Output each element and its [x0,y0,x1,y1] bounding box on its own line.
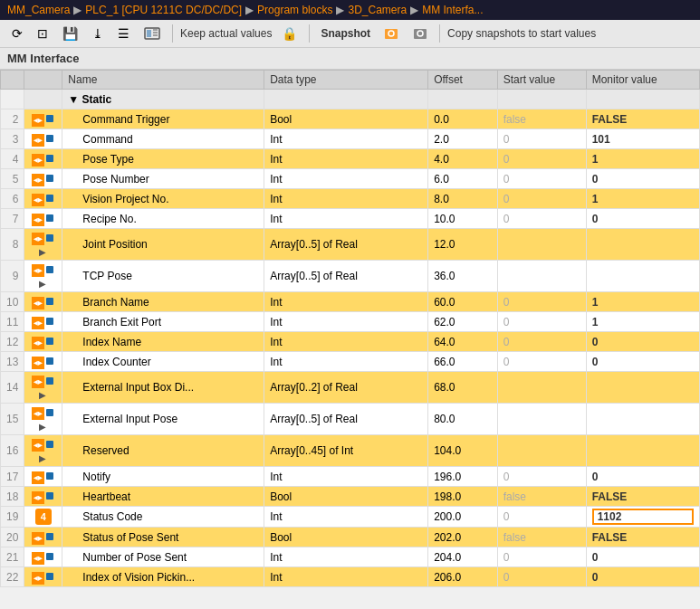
db-icon: ◀▶ [32,376,44,388]
copy-snapshots-label: Copy snapshots to start values [447,27,596,40]
toolbar-btn-1[interactable]: ⟳ [7,24,27,43]
table-row[interactable]: 20◀▶Status of Pose SentBool202.0falseFAL… [1,528,700,547]
row-type: Int [264,209,428,229]
row-name: External Input Pose [62,404,264,435]
table-row[interactable]: 194Status CodeInt200.001102 [1,507,700,528]
breadcrumb: MM_Camera ▶ PLC_1 [CPU 1211C DC/DC/DC] ▶… [0,0,700,20]
row-number: 17 [1,467,24,487]
expand-icon[interactable]: ▶ [39,247,46,257]
monitor-value-text: 0 [592,336,599,348]
table-row[interactable]: 21◀▶Number of Pose SentInt204.000 [1,547,700,567]
row-name: Joint Position [62,229,264,261]
row-start-value [497,229,586,261]
dot-icon [46,553,53,560]
table-row[interactable]: 5◀▶Pose NumberInt6.000 [1,169,700,189]
row-type [264,90,428,109]
snapshot-label: Snapshot [317,25,374,42]
row-offset: 4.0 [428,149,498,169]
row-icon-cell: ◀▶ [24,352,62,372]
row-name: Command Trigger [62,109,264,129]
monitor-toggle-button[interactable] [139,24,165,43]
row-number: 15 [1,404,24,435]
row-monitor-value: 0 [586,332,699,352]
table-row[interactable]: 18◀▶HeartbeatBool198.0falseFALSE [1,487,700,507]
row-type: Int [264,567,428,587]
expand-icon[interactable]: ▶ [39,453,46,463]
row-type: Int [264,507,428,528]
row-icon-cell: 4 [24,507,62,528]
svg-rect-1 [147,30,151,37]
table-row[interactable]: 10◀▶Branch NameInt60.001 [1,292,700,312]
table-row[interactable]: ▼ Static [1,90,700,109]
row-icon-cell: ◀▶ [24,547,62,567]
table-row[interactable]: 3◀▶CommandInt2.00101 [1,129,700,149]
row-monitor-value [586,90,699,109]
snapshot-button-1[interactable] [379,24,403,43]
row-start-value: 0 [497,467,586,487]
table-row[interactable]: 16◀▶▶ReservedArray[0..45] of Int104.0 [1,435,700,467]
toolbar-separator-3 [439,24,440,43]
row-start-value: 0 [497,292,586,312]
table-row[interactable]: 13◀▶Index CounterInt66.000 [1,352,700,372]
row-number: 6 [1,189,24,209]
row-icon-cell [24,90,62,109]
table-row[interactable]: 22◀▶Index of Vision Pickin...Int206.000 [1,567,700,587]
table-row[interactable]: 6◀▶Vision Project No.Int8.001 [1,189,700,209]
table-row[interactable]: 2◀▶Command TriggerBool0.0falseFALSE [1,109,700,129]
row-icon-cell: ◀▶ [24,487,62,507]
breadcrumb-sep-1: ▶ [73,4,82,16]
toolbar-btn-4[interactable]: ⤓ [88,24,108,43]
toolbar-btn-3[interactable]: 💾 [58,24,82,43]
dot-icon [46,115,53,122]
monitor-value-text: 0 [592,173,599,186]
monitor-value-text: FALSE [592,531,628,544]
breadcrumb-item-1[interactable]: MM_Camera [7,4,70,16]
db-icon: ◀▶ [32,194,44,206]
row-number: 12 [1,332,24,352]
db-icon: ◀▶ [32,264,44,277]
expand-icon[interactable]: ▶ [39,422,46,432]
db-icon: ◀▶ [32,114,44,127]
row-start-value: 0 [497,312,586,332]
row-type: Int [264,312,428,332]
snapshot-button-2[interactable] [408,24,432,43]
table-row[interactable]: 15◀▶▶External Input PoseArray[0..5] of R… [1,404,700,435]
badge-4: 4 [35,509,52,525]
row-offset: 8.0 [428,189,498,209]
table-row[interactable]: 9◀▶▶TCP PoseArray[0..5] of Real36.0 [1,261,700,292]
row-icon-cell: ◀▶ [24,209,62,229]
breadcrumb-item-5[interactable]: MM Interfa... [422,4,483,16]
table-row[interactable]: 17◀▶NotifyInt196.000 [1,467,700,487]
row-number: 9 [1,261,24,292]
table-row[interactable]: 14◀▶▶External Input Box Di...Array[0..2]… [1,372,700,404]
row-name: Branch Name [62,292,264,312]
table-row[interactable]: 4◀▶Pose TypeInt4.001 [1,149,700,169]
col-header-monitor: Monitor value [586,71,699,90]
data-table: Name Data type Offset Start value Monito… [0,70,700,587]
monitor-value-text: 0 [592,356,599,368]
row-type: Array[0..5] of Real [264,261,428,292]
breadcrumb-item-2[interactable]: PLC_1 [CPU 1211C DC/DC/DC] [85,4,242,16]
keep-actual-button[interactable]: 🔒 [277,24,302,43]
toolbar-btn-2[interactable]: ⊡ [33,24,53,43]
expand-icon[interactable]: ▶ [39,390,46,400]
db-icon: ◀▶ [32,471,44,484]
row-monitor-value: 1 [586,189,699,209]
breadcrumb-item-4[interactable]: 3D_Camera [348,4,407,16]
table-row[interactable]: 8◀▶▶Joint PositionArray[0..5] of Real12.… [1,229,700,261]
table-row[interactable]: 7◀▶Recipe No.Int10.000 [1,209,700,229]
monitor-value-text: FALSE [592,490,628,503]
row-start-value [497,261,586,292]
row-name: Notify [62,467,264,487]
breadcrumb-item-3[interactable]: Program blocks [257,4,332,16]
row-monitor-value [586,261,699,292]
dot-icon [46,266,53,273]
row-number: 11 [1,312,24,332]
row-monitor-value [586,435,699,467]
monitor-value-text: 0 [592,471,599,483]
monitor-value-text: 1 [592,316,599,328]
table-row[interactable]: 11◀▶Branch Exit PortInt62.001 [1,312,700,332]
table-row[interactable]: 12◀▶Index NameInt64.000 [1,332,700,352]
toolbar-btn-5[interactable]: ☰ [113,24,134,43]
expand-icon[interactable]: ▶ [39,279,46,289]
